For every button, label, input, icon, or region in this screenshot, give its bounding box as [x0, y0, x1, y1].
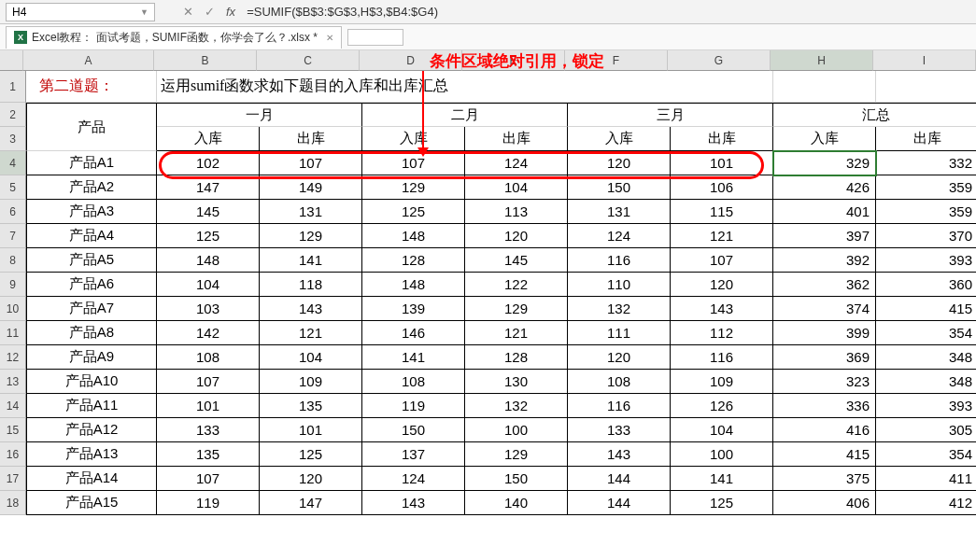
cell-H5[interactable]: 426	[773, 175, 876, 200]
cell-A12[interactable]: 产品A9	[26, 345, 157, 370]
cell-H1[interactable]	[773, 71, 876, 103]
cell-H9[interactable]: 362	[773, 273, 876, 297]
close-icon[interactable]: ✕	[326, 33, 333, 43]
cell-H8[interactable]: 392	[773, 248, 876, 273]
cell-A17[interactable]: 产品A14	[26, 467, 157, 491]
cell-A4[interactable]: 产品A1	[26, 151, 157, 175]
cell-B10[interactable]: 103	[157, 297, 260, 321]
select-all-corner[interactable]	[0, 50, 23, 71]
cell-C5[interactable]: 149	[260, 175, 362, 200]
row-header-12[interactable]: 12	[0, 345, 26, 370]
name-box[interactable]: H4 ▼	[6, 3, 155, 21]
cancel-icon[interactable]: ✕	[183, 5, 193, 19]
cell-A8[interactable]: 产品A5	[26, 248, 157, 273]
cell-E17[interactable]: 150	[465, 467, 568, 491]
cell-E11[interactable]: 121	[465, 321, 568, 345]
cell-D6[interactable]: 125	[362, 200, 465, 224]
cell-G17[interactable]: 141	[671, 467, 773, 491]
col-header-B[interactable]: B	[154, 50, 257, 71]
cell-A6[interactable]: 产品A3	[26, 200, 157, 224]
cell-D4[interactable]: 107	[362, 151, 465, 175]
cell-G13[interactable]: 109	[671, 370, 773, 394]
row-header-17[interactable]: 17	[0, 467, 26, 491]
col-header-F[interactable]: F	[565, 50, 668, 71]
cell-E9[interactable]: 122	[465, 273, 568, 297]
cell-D13[interactable]: 108	[362, 370, 465, 394]
cell-C17[interactable]: 120	[260, 467, 362, 491]
cell-B8[interactable]: 148	[157, 248, 260, 273]
cell-B9[interactable]: 104	[157, 273, 260, 297]
cell-A13[interactable]: 产品A10	[26, 370, 157, 394]
cell-H2[interactable]: 汇总	[773, 103, 976, 127]
cell-A5[interactable]: 产品A2	[26, 175, 157, 200]
cell-B12[interactable]: 108	[157, 345, 260, 370]
cell-A10[interactable]: 产品A7	[26, 297, 157, 321]
cell-G3[interactable]: 出库	[671, 127, 773, 151]
cell-H12[interactable]: 369	[773, 345, 876, 370]
cell-G16[interactable]: 100	[671, 442, 773, 467]
cell-D14[interactable]: 119	[362, 394, 465, 418]
cell-I14[interactable]: 393	[876, 394, 976, 418]
cell-G4[interactable]: 101	[671, 151, 773, 175]
cell-A14[interactable]: 产品A11	[26, 394, 157, 418]
cell-A9[interactable]: 产品A6	[26, 273, 157, 297]
cell-F12[interactable]: 120	[568, 345, 671, 370]
cell-H11[interactable]: 399	[773, 321, 876, 345]
cell-H18[interactable]: 406	[773, 491, 876, 515]
cell-F5[interactable]: 150	[568, 175, 671, 200]
cell-E15[interactable]: 100	[465, 418, 568, 442]
formula-input[interactable]: =SUMIF($B$3:$G$3,H$3,$B4:$G4)	[247, 5, 970, 19]
cell-I10[interactable]: 415	[876, 297, 976, 321]
cell-F2[interactable]: 三月	[568, 103, 773, 127]
confirm-icon[interactable]: ✓	[205, 5, 215, 19]
cell-D8[interactable]: 128	[362, 248, 465, 273]
cell-C10[interactable]: 143	[260, 297, 362, 321]
cell-I9[interactable]: 360	[876, 273, 976, 297]
cell-A2[interactable]: 产品	[26, 103, 157, 151]
col-header-G[interactable]: G	[668, 50, 771, 71]
cell-B18[interactable]: 119	[157, 491, 260, 515]
col-header-D[interactable]: D	[360, 50, 462, 71]
cell-E16[interactable]: 129	[465, 442, 568, 467]
cell-F13[interactable]: 108	[568, 370, 671, 394]
cell-H3[interactable]: 入库	[773, 127, 876, 151]
cell-C11[interactable]: 121	[260, 321, 362, 345]
cell-D3[interactable]: 入库	[362, 127, 465, 151]
cell-E7[interactable]: 120	[465, 224, 568, 248]
cell-G12[interactable]: 116	[671, 345, 773, 370]
cell-H16[interactable]: 415	[773, 442, 876, 467]
cell-G9[interactable]: 120	[671, 273, 773, 297]
row-header-1[interactable]: 1	[0, 71, 26, 103]
cell-H13[interactable]: 323	[773, 370, 876, 394]
cell-G7[interactable]: 121	[671, 224, 773, 248]
cell-C15[interactable]: 101	[260, 418, 362, 442]
cell-F15[interactable]: 133	[568, 418, 671, 442]
cell-I17[interactable]: 411	[876, 467, 976, 491]
cell-F8[interactable]: 116	[568, 248, 671, 273]
row-header-6[interactable]: 6	[0, 200, 26, 224]
cell-G18[interactable]: 125	[671, 491, 773, 515]
cell-G8[interactable]: 107	[671, 248, 773, 273]
cell-D5[interactable]: 129	[362, 175, 465, 200]
cell-F11[interactable]: 111	[568, 321, 671, 345]
cell-F10[interactable]: 132	[568, 297, 671, 321]
cell-I6[interactable]: 359	[876, 200, 976, 224]
cell-B5[interactable]: 147	[157, 175, 260, 200]
cell-A18[interactable]: 产品A15	[26, 491, 157, 515]
cell-E6[interactable]: 113	[465, 200, 568, 224]
cell-B14[interactable]: 101	[157, 394, 260, 418]
cell-F18[interactable]: 144	[568, 491, 671, 515]
cell-I16[interactable]: 354	[876, 442, 976, 467]
cell-B6[interactable]: 145	[157, 200, 260, 224]
cell-E13[interactable]: 130	[465, 370, 568, 394]
cell-F14[interactable]: 116	[568, 394, 671, 418]
cell-A7[interactable]: 产品A4	[26, 224, 157, 248]
row-header-10[interactable]: 10	[0, 297, 26, 321]
row-header-13[interactable]: 13	[0, 370, 26, 394]
cell-C7[interactable]: 129	[260, 224, 362, 248]
row-header-15[interactable]: 15	[0, 418, 26, 442]
cell-B2[interactable]: 一月	[157, 103, 362, 127]
cell-I3[interactable]: 出库	[876, 127, 976, 151]
cell-E8[interactable]: 145	[465, 248, 568, 273]
workbook-tab[interactable]: X Excel教程： 面试考题，SUMIF函数，你学会了么？.xlsx * ✕	[6, 26, 342, 49]
